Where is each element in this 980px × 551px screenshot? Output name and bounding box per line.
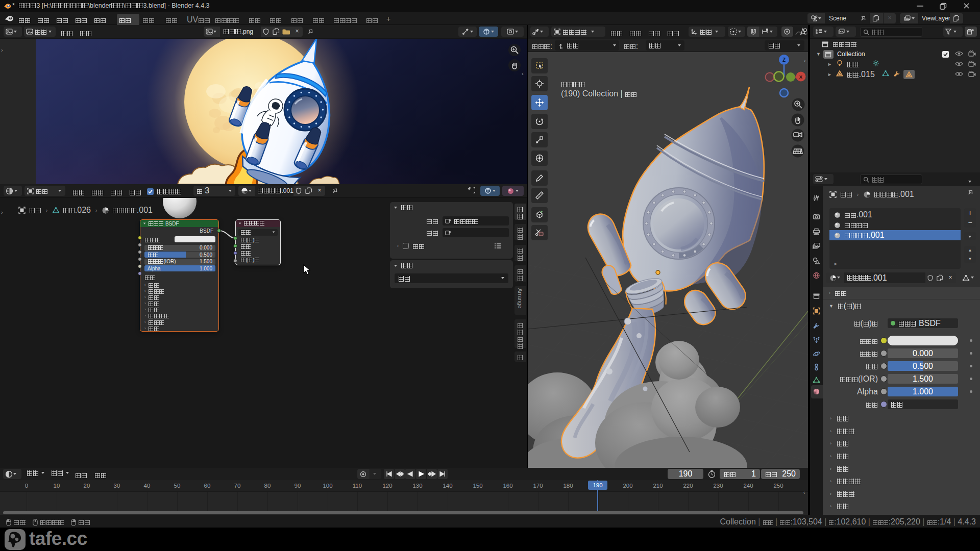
svg-text:‹: ‹ [804, 58, 806, 64]
svg-text:Z: Z [782, 57, 786, 63]
svg-text:X: X [799, 74, 803, 80]
